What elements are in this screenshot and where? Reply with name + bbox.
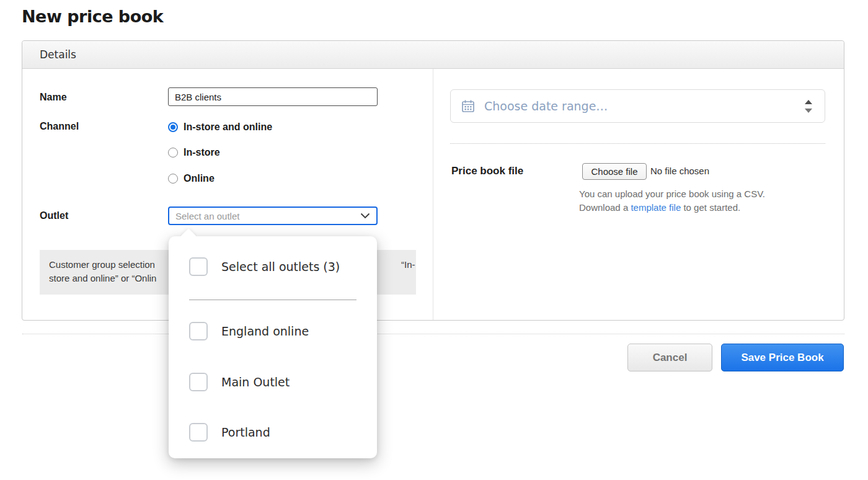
dropdown-item-label: England online — [221, 324, 309, 338]
panel-header: Details — [22, 41, 844, 69]
outlet-dropdown: Select all outlets (3) England online Ma… — [169, 236, 377, 458]
dropdown-caret — [180, 228, 197, 236]
radio-online[interactable]: Online — [168, 172, 215, 185]
column-divider — [433, 69, 433, 320]
help-prefix: Download a — [579, 202, 631, 213]
template-file-link[interactable]: template file — [631, 202, 681, 213]
radio-label: In-store and online — [184, 122, 272, 133]
date-range-placeholder: Choose date range… — [484, 99, 608, 113]
page-title: New price book — [22, 7, 163, 26]
cancel-button[interactable]: Cancel — [627, 344, 712, 371]
dropdown-item-england-online[interactable]: England online — [189, 322, 309, 340]
footer-divider — [22, 334, 844, 334]
dropdown-item-main-outlet[interactable]: Main Outlet — [189, 373, 290, 391]
note-line1: Customer group selection — [49, 258, 173, 272]
note-line1-right: “In- — [401, 258, 415, 272]
file-chosen-status: No file chosen — [650, 166, 709, 176]
dropdown-item-portland[interactable]: Portland — [189, 423, 270, 442]
calendar-icon — [461, 99, 475, 113]
spinner-down-icon[interactable] — [805, 109, 812, 113]
outlet-label: Outlet — [40, 210, 68, 221]
dropdown-item-label: Main Outlet — [221, 375, 290, 389]
checkbox-icon[interactable] — [189, 257, 208, 276]
radio-label: Online — [184, 173, 215, 184]
radio-icon[interactable] — [168, 148, 178, 158]
checkbox-icon[interactable] — [189, 322, 208, 340]
outlet-select-placeholder: Select an outlet — [175, 211, 360, 221]
note-line2: store and online” or “Onlin — [49, 272, 173, 285]
radio-icon[interactable] — [168, 122, 178, 132]
help-suffix: to get started. — [681, 202, 740, 213]
checkbox-icon[interactable] — [189, 373, 208, 391]
new-price-book-page: New price book Details Name Channel In-s… — [0, 0, 868, 480]
date-range-picker[interactable]: Choose date range… — [450, 89, 825, 123]
choose-file-button[interactable]: Choose file — [582, 163, 647, 180]
file-help-line2: Download a template file to get started. — [579, 202, 740, 213]
price-book-file-label: Price book file — [451, 165, 523, 177]
radio-in-store[interactable]: In-store — [168, 146, 220, 159]
radio-label: In-store — [184, 147, 220, 158]
dropdown-divider — [189, 300, 356, 300]
channel-label: Channel — [40, 121, 79, 132]
details-panel: Details Name Channel In-store and online… — [22, 40, 844, 321]
save-price-book-button[interactable]: Save Price Book — [721, 344, 844, 371]
radio-in-store-and-online[interactable]: In-store and online — [168, 121, 272, 133]
spinner-up-icon[interactable] — [805, 100, 812, 104]
file-help-line1: You can upload your price book using a C… — [579, 189, 765, 200]
outlet-select[interactable]: Select an outlet — [168, 207, 378, 225]
radio-icon[interactable] — [168, 174, 178, 184]
name-input[interactable] — [168, 87, 378, 106]
dropdown-item-select-all[interactable]: Select all outlets (3) — [189, 257, 340, 276]
dropdown-item-label: Select all outlets (3) — [221, 260, 340, 273]
section-divider — [450, 143, 825, 144]
checkbox-icon[interactable] — [189, 423, 208, 442]
name-label: Name — [40, 92, 67, 103]
dropdown-item-label: Portland — [221, 425, 270, 439]
chevron-down-icon — [360, 213, 370, 219]
